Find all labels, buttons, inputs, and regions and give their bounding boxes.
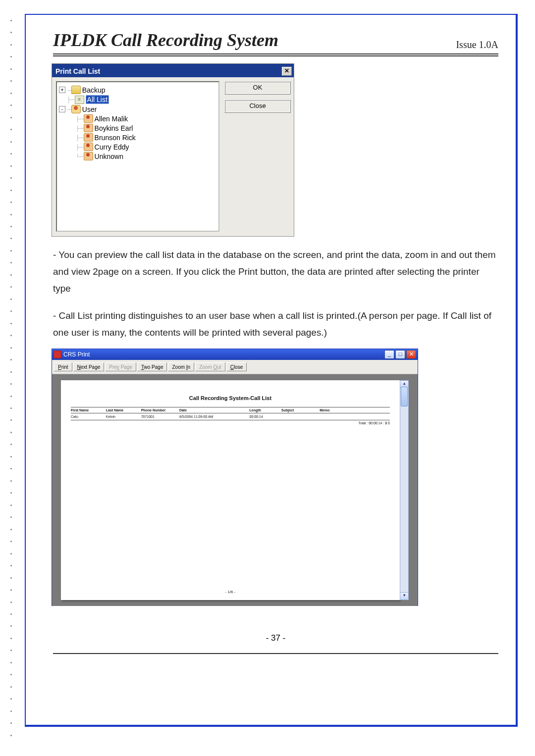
close-button[interactable]: Close (224, 100, 291, 113)
user-icon (84, 133, 93, 142)
footer-rule (53, 653, 498, 654)
two-page-button[interactable]: Two Page (137, 362, 167, 371)
document-issue: Issue 1.0A (456, 39, 498, 50)
document-header: IPLDK Call Recording System Issue 1.0A (53, 30, 498, 56)
user-group-icon (71, 105, 81, 113)
tree-label: Unknown (95, 152, 123, 160)
tree-node-user[interactable]: - ─ User (59, 104, 216, 114)
tree-node-user-item[interactable]: └─ Unknown (59, 151, 216, 161)
col-phone: Phone Number (141, 408, 179, 412)
tree-node-user-item[interactable]: ├─ Brunson Rick (59, 133, 216, 142)
tree-node-user-item[interactable]: ├─ Curry Eddy (59, 142, 216, 151)
app-icon (54, 351, 61, 358)
dialog-titlebar: Print Call List ✕ (52, 64, 294, 77)
document-title: IPLDK Call Recording System (53, 30, 278, 50)
cell-phone: 7071001 (141, 415, 179, 418)
tree-label: Allen Malik (95, 115, 128, 123)
cell-date: 8/5/2004 11:09:00 AM (179, 415, 250, 418)
minimize-icon[interactable]: _ (384, 350, 394, 359)
tree-label: Backup (82, 86, 106, 94)
folder-icon (71, 86, 81, 94)
user-icon (84, 124, 93, 132)
scroll-thumb[interactable] (401, 387, 408, 406)
scroll-down-icon[interactable]: ▾ (400, 592, 408, 600)
report-title: Call Recording System-Call List (71, 395, 390, 401)
cell-last: Kelvin (106, 415, 141, 418)
window-buttons: _ □ ✕ (384, 350, 416, 359)
col-length: Length (250, 408, 281, 412)
cell-subject (281, 415, 320, 418)
page-number: - 37 - (53, 633, 498, 643)
col-memo: Memo (320, 408, 390, 412)
tree-node-backup[interactable]: + ─ Backup (59, 85, 216, 95)
zoom-in-button[interactable]: Zoom In (168, 362, 194, 371)
prev-page-button: Prev Page (105, 362, 136, 371)
crs-toolbar: Print Next Page Prev Page Two Page Zoom … (52, 360, 418, 374)
tree-view[interactable]: + ─ Backup ├─ All List - ─ User ├ (56, 81, 219, 232)
print-button[interactable]: Print (54, 362, 72, 371)
body-paragraph: - Call List printing distinguishes to an… (53, 307, 498, 341)
crs-print-window: CRS Print _ □ ✕ Print Next Page Prev Pag… (52, 349, 418, 606)
close-icon[interactable]: ✕ (406, 350, 416, 359)
page-frame: IPLDK Call Recording System Issue 1.0A P… (25, 14, 518, 727)
zoom-out-button: Zoom Out (195, 362, 225, 371)
expand-icon[interactable]: + (59, 87, 65, 93)
crs-preview-area: Call Recording System-Call List First Na… (52, 374, 418, 606)
cell-first: Cato (71, 415, 106, 418)
ok-button[interactable]: OK (224, 81, 291, 95)
close-icon[interactable]: ✕ (282, 67, 292, 76)
cell-length: 00:00:14 (250, 415, 281, 418)
tree-label-selected: All List (86, 95, 109, 104)
crs-titlebar: CRS Print _ □ ✕ (52, 349, 418, 360)
dialog-title-text: Print Call List (55, 67, 100, 75)
tree-node-all-list[interactable]: ├─ All List (59, 95, 216, 104)
col-date: Date (179, 408, 250, 412)
list-icon (75, 96, 84, 104)
print-call-list-dialog: Print Call List ✕ + ─ Backup ├─ All List… (52, 63, 294, 237)
tree-label: Curry Eddy (95, 143, 129, 151)
user-icon (84, 152, 93, 160)
user-icon (84, 143, 93, 151)
table-total: Total : 00:00:14 : $ 0 (71, 420, 390, 425)
collapse-icon[interactable]: - (59, 106, 65, 112)
dialog-button-panel: OK Close (224, 81, 290, 232)
maximize-icon[interactable]: □ (395, 350, 405, 359)
cell-memo (320, 415, 390, 418)
spiral-binding (9, 20, 14, 736)
body-paragraph: - You can preview the call list data in … (53, 247, 498, 298)
report-table: First Name Last Name Phone Number Date L… (71, 407, 390, 425)
table-row: Cato Kelvin 7071001 8/5/2004 11:09:00 AM… (71, 413, 390, 420)
tree-label: Brunson Rick (95, 134, 136, 142)
tree-label: User (82, 105, 97, 113)
table-header: First Name Last Name Phone Number Date L… (71, 407, 390, 413)
user-icon (84, 114, 93, 123)
next-page-button[interactable]: Next Page (73, 362, 105, 371)
col-last-name: Last Name (106, 408, 141, 412)
crs-title-text: CRS Print (63, 351, 90, 358)
preview-page: Call Recording System-Call List First Na… (61, 380, 400, 600)
col-subject: Subject (281, 408, 320, 412)
preview-page-footer: - 1/6 - (61, 590, 400, 594)
tree-label: Boykins Earl (95, 124, 133, 132)
close-button[interactable]: Close (226, 362, 247, 371)
tree-node-user-item[interactable]: ├─ Boykins Earl (59, 123, 216, 133)
tree-node-user-item[interactable]: ├─ Allen Malik (59, 114, 216, 123)
vertical-scrollbar[interactable]: ▴ ▾ (400, 380, 409, 600)
col-first-name: First Name (71, 408, 106, 412)
